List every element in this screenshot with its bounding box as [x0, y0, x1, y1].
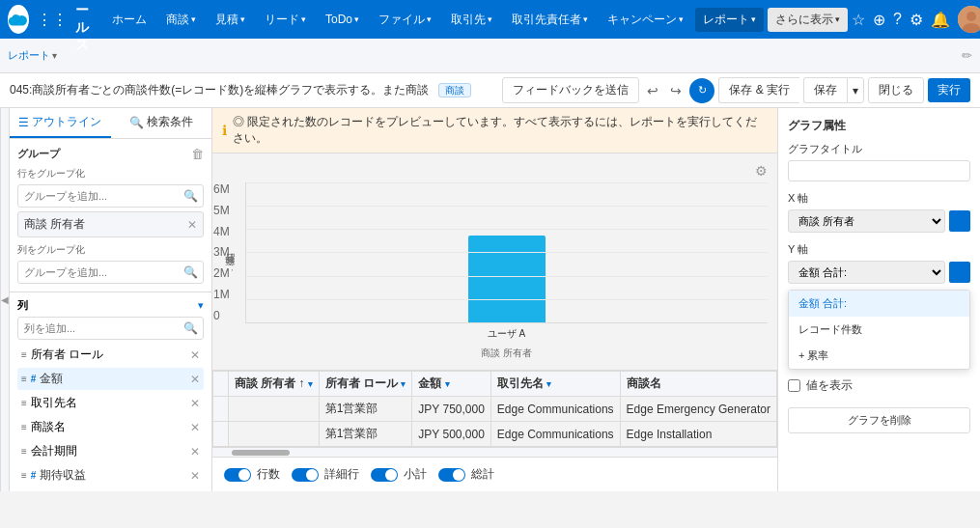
- owner-filter-icon[interactable]: ▾: [308, 379, 313, 389]
- close-button[interactable]: 閉じる: [868, 77, 924, 103]
- account-filter-icon[interactable]: ▾: [546, 379, 551, 389]
- col-header-role[interactable]: 所有者 ロール ▾: [319, 372, 412, 397]
- add-icon[interactable]: ⊕: [873, 11, 885, 29]
- col-header-account[interactable]: 取引先名 ▾: [490, 372, 620, 397]
- run-button[interactable]: 実行: [928, 78, 970, 102]
- col-item-account-remove[interactable]: ✕: [190, 397, 200, 410]
- dropdown-item-record-count[interactable]: レコード件数: [789, 317, 969, 343]
- bottom-bar: 行数 詳細行 小計 総計: [212, 457, 777, 491]
- nav-campaigns[interactable]: キャンペーン▾: [600, 8, 691, 32]
- help-icon[interactable]: ?: [893, 11, 902, 28]
- row-count-toggle[interactable]: [224, 468, 251, 482]
- col-add-input[interactable]: [18, 319, 179, 338]
- dropdown-item-amount[interactable]: 金額 合計:: [789, 291, 969, 317]
- chart-with-axes: 6M 5M 4M 3M 2M 1M 0: [245, 182, 768, 360]
- detail-toggle[interactable]: [292, 468, 319, 482]
- col-add-search-icon[interactable]: 🔍: [179, 318, 203, 339]
- graph-title-input[interactable]: [788, 160, 970, 181]
- col-header-deal-name[interactable]: 商談名: [620, 372, 776, 397]
- row-deal-1: Edge Emergency Generator: [620, 397, 776, 422]
- col-header-empty: [213, 372, 229, 397]
- groups-trash-icon[interactable]: 🗑: [191, 147, 204, 161]
- nav-quotes[interactable]: 見積▾: [208, 8, 253, 32]
- col-group-add-input[interactable]: [18, 263, 179, 282]
- chart-plot: 6M 5M 4M 3M 2M 1M 0: [245, 182, 768, 323]
- row-group-add-input[interactable]: [18, 186, 179, 206]
- bar-user-a[interactable]: [468, 236, 546, 322]
- tab-filter[interactable]: 🔍 検索条件: [111, 108, 212, 138]
- delete-chart-button[interactable]: グラフを削除: [788, 407, 970, 433]
- sidebar-toggle-handle[interactable]: ◀: [0, 108, 10, 491]
- grid-icon[interactable]: ⋮⋮: [37, 11, 68, 29]
- row-group-search-icon[interactable]: 🔍: [179, 185, 203, 207]
- undo-button[interactable]: ↩: [643, 81, 662, 100]
- total-toggle[interactable]: [438, 468, 465, 482]
- col-item-amount-remove[interactable]: ✕: [190, 373, 200, 386]
- y-ticks: 6M 5M 4M 3M 2M 1M 0: [213, 182, 230, 322]
- bell-icon[interactable]: 🔔: [931, 11, 950, 29]
- row-owner: [228, 397, 319, 422]
- nav-deals[interactable]: 商談▾: [158, 8, 204, 32]
- top-navigation: ⋮⋮ セールス ホーム 商談▾ 見積▾ リード▾ ToDo▾ ファイル▾ 取引先…: [0, 0, 980, 39]
- nav-todo[interactable]: ToDo▾: [318, 9, 367, 30]
- avatar[interactable]: [958, 6, 980, 33]
- y-axis-select[interactable]: 金額 合計:: [788, 261, 945, 284]
- col-item-period-remove[interactable]: ✕: [190, 445, 200, 459]
- col-item-deal-remove[interactable]: ✕: [190, 421, 200, 434]
- subtotal-toggle[interactable]: [371, 468, 398, 482]
- nav-accounts[interactable]: 取引先▾: [443, 8, 500, 32]
- save-run-button[interactable]: 保存 & 実行: [718, 77, 799, 103]
- save-button[interactable]: 保存: [803, 77, 847, 103]
- nav-reports[interactable]: レポート▾: [695, 8, 764, 32]
- row-index: [213, 397, 229, 422]
- redo-button[interactable]: ↪: [666, 81, 686, 100]
- y-axis-field-label: Y 軸: [788, 242, 970, 257]
- col-item-account[interactable]: ≡ 取引先名 ✕: [17, 392, 204, 414]
- pencil-icon[interactable]: ✏: [962, 48, 972, 63]
- dropdown-item-cumulative[interactable]: + 累率: [789, 343, 969, 369]
- col-group-search-icon[interactable]: 🔍: [179, 262, 203, 283]
- role-filter-icon[interactable]: ▾: [401, 379, 406, 389]
- x-axis-select-row: 商談 所有者: [788, 209, 970, 233]
- x-axis-select[interactable]: 商談 所有者: [788, 209, 945, 233]
- col-header-owner[interactable]: 商談 所有者 ↑ ▾: [228, 372, 319, 397]
- y-axis-select-row: 金額 合計:: [788, 261, 970, 284]
- horizontal-scrollbar[interactable]: [212, 447, 777, 457]
- nav-leads[interactable]: リード▾: [257, 8, 314, 32]
- chart-settings-icon[interactable]: ⚙: [755, 163, 768, 179]
- x-axis-color-swatch[interactable]: [949, 210, 970, 232]
- col-item-remove[interactable]: ✕: [190, 348, 200, 362]
- row-group-item-remove[interactable]: ✕: [187, 218, 197, 232]
- nav-files[interactable]: ファイル▾: [371, 8, 439, 32]
- row-group-add-row: 🔍: [17, 184, 204, 208]
- nav-home[interactable]: ホーム: [104, 8, 154, 32]
- col-item-owner-role[interactable]: ≡ 所有者 ロール ✕: [17, 344, 204, 366]
- chart-header: ⚙: [222, 163, 768, 179]
- sync-icon[interactable]: ↻: [689, 78, 714, 103]
- tab-outline[interactable]: ☰ アウトライン: [10, 108, 111, 138]
- col-item-period[interactable]: ≡ 会計期間 ✕: [17, 440, 204, 462]
- col-item-deal-name[interactable]: ≡ 商談名 ✕: [17, 416, 204, 438]
- settings-icon[interactable]: ⚙: [910, 11, 923, 29]
- right-panel: グラフ属性 グラフタイトル X 軸 商談 所有者 Y 軸 金額 合計: 金額 合…: [777, 108, 980, 491]
- nav-more[interactable]: さらに表示▾: [768, 8, 848, 32]
- amount-filter-icon[interactable]: ▾: [445, 379, 450, 389]
- chart-inner: 金額 合計: 6M 5M 4M 3M 2M 1M 0: [222, 182, 768, 360]
- save-dropdown-button[interactable]: ▾: [847, 77, 864, 103]
- col-item-expected[interactable]: ≡ # 期待収益 ✕: [17, 464, 204, 486]
- star-icon[interactable]: ☆: [852, 11, 865, 29]
- col-item-amount[interactable]: ≡ # 金額 ✕: [17, 368, 204, 390]
- y-axis-color-swatch[interactable]: [949, 262, 970, 283]
- detail-toggle-group: 詳細行: [292, 466, 359, 483]
- feedback-button[interactable]: フィードバックを送信: [502, 77, 639, 103]
- show-values-checkbox[interactable]: [788, 379, 800, 392]
- col-item-expected-remove[interactable]: ✕: [190, 469, 200, 483]
- breadcrumb-reports-link[interactable]: レポート: [8, 48, 50, 63]
- col-header-amount[interactable]: 金額 ▾: [412, 372, 491, 397]
- row-count-label: 行数: [257, 466, 280, 483]
- report-nav-bar: レポート ▾ ✏: [0, 39, 980, 73]
- col-add-row: 🔍: [17, 317, 204, 340]
- col-item-rate[interactable]: ≡ # 稼働(%) ✕: [17, 488, 204, 491]
- nav-contacts[interactable]: 取引先責任者▾: [504, 8, 596, 32]
- scrollbar-thumb[interactable]: [232, 450, 290, 456]
